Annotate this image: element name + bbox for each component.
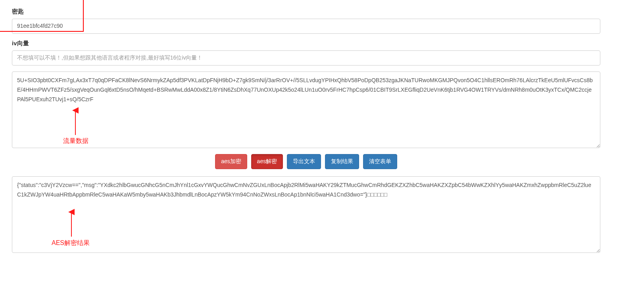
- clear-form-button[interactable]: 清空表单: [363, 154, 397, 169]
- aes-decrypt-button[interactable]: aes解密: [251, 154, 283, 169]
- iv-input[interactable]: [12, 50, 600, 66]
- iv-label: iv向量: [12, 40, 600, 47]
- key-label: 密匙: [12, 8, 600, 15]
- key-input[interactable]: [12, 19, 600, 34]
- copy-result-button[interactable]: 复制结果: [325, 154, 359, 169]
- ciphertext-input[interactable]: [12, 71, 600, 148]
- button-row: aes加密 aes解密 导出文本 复制结果 清空表单: [12, 154, 600, 169]
- plaintext-output[interactable]: [12, 176, 600, 253]
- export-text-button[interactable]: 导出文本: [287, 154, 321, 169]
- aes-encrypt-button[interactable]: aes加密: [215, 154, 247, 169]
